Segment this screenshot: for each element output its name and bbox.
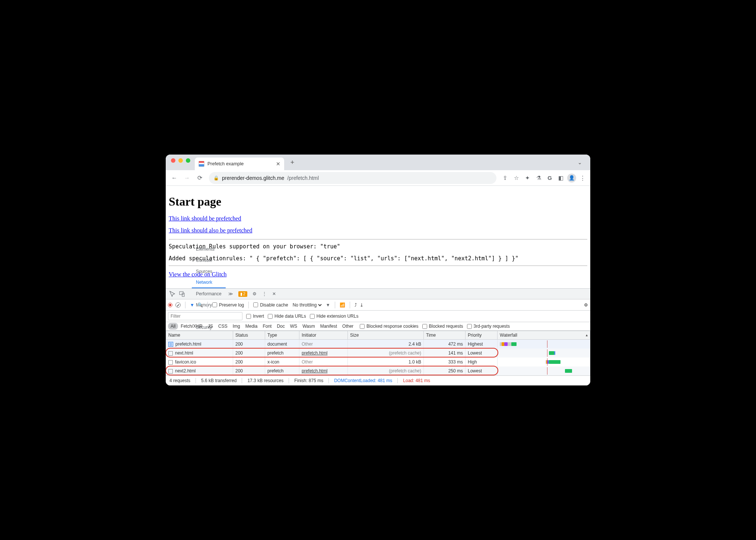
col-name[interactable]: Name [166, 331, 233, 340]
invert-checkbox[interactable]: Invert [246, 314, 264, 319]
labs-icon[interactable]: ⚗ [534, 173, 543, 183]
devtools-tab-network[interactable]: Network [192, 277, 226, 288]
filter-icon[interactable]: ▼ [190, 302, 194, 308]
export-har-icon[interactable]: ⤴ [355, 302, 357, 308]
browser-tab[interactable]: Prefetch example ✕ [195, 158, 284, 170]
back-button[interactable]: ← [169, 172, 180, 184]
type-filter-css[interactable]: CSS [216, 323, 230, 330]
request-row[interactable]: next.html200prefetchprefetch.html(prefet… [166, 349, 590, 358]
tab-close-button[interactable]: ✕ [276, 161, 280, 167]
col-size[interactable]: Size [348, 331, 424, 340]
devtools-menu-icon[interactable]: ⋮ [260, 289, 269, 298]
support-text: Speculation Rules supported on your brow… [169, 243, 587, 250]
browser-window: Prefetch example ✕ + ⌄ ← → ⟳ 🔒 prerender… [166, 155, 590, 385]
page-heading: Start page [169, 195, 587, 209]
col-status[interactable]: Status [233, 331, 265, 340]
prefetch-link-2[interactable]: This link should also be prefetched [169, 227, 252, 234]
preserve-log-checkbox[interactable]: Preserve log [212, 302, 244, 308]
window-controls [169, 158, 193, 166]
file-icon [168, 360, 173, 365]
file-icon [168, 351, 173, 356]
google-icon[interactable]: G [545, 173, 555, 183]
summary-resources: 17.3 kB resources [247, 378, 283, 383]
search-icon[interactable]: 🔍 [197, 302, 203, 308]
warnings-badge[interactable]: ▮2 [238, 291, 247, 297]
type-filter-doc[interactable]: Doc [274, 323, 287, 330]
extensions-icon[interactable]: ✦ [522, 173, 532, 183]
clear-button[interactable] [175, 302, 181, 308]
maximize-window-button[interactable] [186, 158, 190, 163]
chrome-menu-button[interactable]: ⋮ [578, 173, 587, 183]
network-toolbar: ▼ 🔍 Preserve log Disable cache No thrott… [166, 299, 590, 311]
import-har-icon[interactable]: ⤓ [360, 302, 363, 308]
blocked-requests-checkbox[interactable]: Blocked requests [422, 324, 463, 329]
tab-title: Prefetch example [207, 161, 244, 166]
chevron-down-icon: ▼ [326, 302, 330, 308]
request-row[interactable]: favicon.ico200x-iconOther1.0 kB333 msHig… [166, 358, 590, 366]
type-filter-media[interactable]: Media [243, 323, 260, 330]
disable-cache-checkbox[interactable]: Disable cache [253, 302, 288, 308]
col-initiator[interactable]: Initiator [299, 331, 348, 340]
type-filter-ws[interactable]: WS [288, 323, 300, 330]
throttling-select[interactable]: No throttling [291, 302, 323, 308]
prefetch-link-1[interactable]: This link should be prefetched [169, 215, 241, 222]
type-filter-js[interactable]: JS [205, 323, 216, 330]
file-icon [168, 369, 173, 374]
summary-transferred: 5.6 kB transferred [201, 378, 236, 383]
minimize-window-button[interactable] [178, 158, 183, 163]
request-row[interactable]: prefetch.html200documentOther2.4 kB472 m… [166, 340, 590, 349]
page-content: Start page This link should be prefetche… [166, 186, 590, 288]
address-bar[interactable]: 🔒 prerender-demos.glitch.me/prefetch.htm… [209, 172, 496, 184]
col-waterfall[interactable]: Waterfall [498, 331, 590, 340]
type-filter-fetchxhr[interactable]: Fetch/XHR [178, 323, 205, 330]
col-time[interactable]: Time [424, 331, 466, 340]
network-settings-icon[interactable]: ⚙ [584, 302, 588, 308]
hide-extension-urls-checkbox[interactable]: Hide extension URLs [310, 314, 359, 319]
network-filter-bar: Invert Hide data URLs Hide extension URL… [166, 311, 590, 322]
type-filter-font[interactable]: Font [260, 323, 274, 330]
rules-text: Added speculationrules: " { "prefetch": … [169, 255, 587, 262]
devtools-tab-console[interactable]: Console [192, 255, 226, 266]
more-tabs-icon[interactable]: ≫ [226, 289, 235, 298]
close-window-button[interactable] [171, 158, 175, 163]
devtools-tab-performance[interactable]: Performance [192, 288, 226, 299]
inspect-icon[interactable] [168, 289, 177, 298]
device-toggle-icon[interactable] [178, 289, 187, 298]
col-priority[interactable]: Priority [466, 331, 498, 340]
sidebar-icon[interactable]: ◧ [556, 173, 566, 183]
settings-icon[interactable]: ⚙ [250, 289, 259, 298]
url-host: prerender-demos.glitch.me [222, 175, 284, 181]
type-filter-other[interactable]: Other [340, 323, 356, 330]
type-filter-wasm[interactable]: Wasm [300, 323, 318, 330]
blocked-cookies-checkbox[interactable]: Blocked response cookies [360, 324, 418, 329]
record-button[interactable] [168, 303, 172, 307]
profile-avatar[interactable]: 👤 [567, 174, 576, 182]
type-filter-img[interactable]: Img [230, 323, 243, 330]
third-party-checkbox[interactable]: 3rd-party requests [467, 324, 510, 329]
hide-data-urls-checkbox[interactable]: Hide data URLs [268, 314, 306, 319]
network-table: NameStatusTypeInitiatorSizeTimePriorityW… [166, 331, 590, 375]
network-table-wrap: NameStatusTypeInitiatorSizeTimePriorityW… [166, 331, 590, 375]
devtools-tab-sources[interactable]: Sources [192, 266, 226, 277]
summary-finish: Finish: 875 ms [294, 378, 323, 383]
type-filter-all[interactable]: All [168, 323, 178, 330]
document-icon [168, 342, 173, 347]
devtools-tab-elements[interactable]: Elements [192, 244, 226, 255]
reload-button[interactable]: ⟳ [194, 172, 205, 184]
new-tab-button[interactable]: + [287, 157, 298, 168]
share-icon[interactable]: ⇪ [500, 173, 510, 183]
forward-button[interactable]: → [181, 172, 193, 184]
request-row[interactable]: next2.html200prefetchprefetch.html(prefe… [166, 366, 590, 375]
type-filter-manifest[interactable]: Manifest [318, 323, 340, 330]
col-type[interactable]: Type [265, 331, 299, 340]
summary-load: Load: 481 ms [403, 378, 430, 383]
filter-input[interactable] [168, 312, 242, 320]
network-conditions-icon[interactable]: 📶 [340, 302, 345, 308]
bookmark-icon[interactable]: ☆ [511, 173, 521, 183]
devtools-panel: ElementsConsoleSourcesNetworkPerformance… [166, 288, 590, 385]
url-path: /prefetch.html [287, 175, 319, 181]
toolbar: ← → ⟳ 🔒 prerender-demos.glitch.me/prefet… [166, 170, 590, 186]
tabs-dropdown-button[interactable]: ⌄ [572, 159, 587, 165]
network-summary: 4 requests 5.6 kB transferred 17.3 kB re… [166, 375, 590, 385]
devtools-close-icon[interactable]: ✕ [270, 289, 279, 298]
